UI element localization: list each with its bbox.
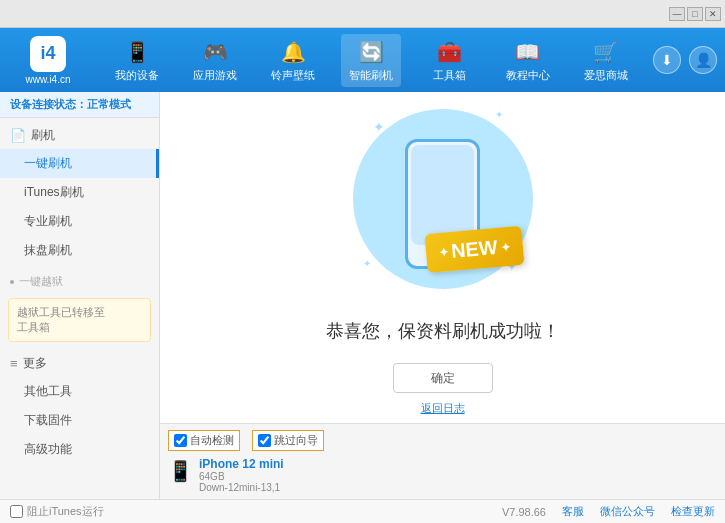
auto-detect-input[interactable] bbox=[174, 434, 187, 447]
auto-detect-checkbox[interactable]: 自动检测 bbox=[168, 430, 240, 451]
more-section-icon: ≡ bbox=[10, 356, 18, 371]
jailbreak-notice: 越狱工具已转移至 工具箱 bbox=[8, 298, 151, 342]
header: i4 www.i4.cn 📱 我的设备 🎮 应用游戏 🔔 铃声壁纸 🔄 智能刷机… bbox=[0, 28, 725, 92]
nav-bar: 📱 我的设备 🎮 应用游戏 🔔 铃声壁纸 🔄 智能刷机 🧰 工具箱 📖 教程中心… bbox=[98, 34, 645, 87]
download-btn[interactable]: ⬇ bbox=[653, 46, 681, 74]
sidebar-item-one-click-flash[interactable]: 一键刷机 bbox=[0, 149, 159, 178]
user-btn[interactable]: 👤 bbox=[689, 46, 717, 74]
main-content: ✦ ✦ ✦ ✦ NEW 恭喜您，保资料刷机成功啦！ 确定 返回日志 bbox=[160, 92, 725, 423]
skip-wizard-label: 跳过向导 bbox=[274, 433, 318, 448]
nav-tutorials[interactable]: 📖 教程中心 bbox=[498, 34, 558, 87]
status-value: 正常模式 bbox=[87, 98, 131, 110]
footer-right: V7.98.66 客服 微信公众号 检查更新 bbox=[502, 504, 715, 519]
device-phone-icon: 📱 bbox=[168, 459, 193, 483]
sidebar: 设备连接状态：正常模式 📄 刷机 一键刷机 iTunes刷机 专业刷机 抹盘刷机… bbox=[0, 92, 160, 499]
skip-wizard-input[interactable] bbox=[258, 434, 271, 447]
footer: 阻止iTunes运行 V7.98.66 客服 微信公众号 检查更新 bbox=[0, 499, 725, 523]
itunes-label: iTunes刷机 bbox=[24, 185, 84, 199]
my-device-icon: 📱 bbox=[123, 38, 151, 66]
footer-left: 阻止iTunes运行 bbox=[10, 504, 104, 519]
flash-section-icon: 📄 bbox=[10, 128, 26, 143]
sidebar-item-download-fw[interactable]: 下载固件 bbox=[0, 406, 159, 435]
one-click-label: 一键刷机 bbox=[24, 156, 72, 170]
sparkle-4: ✦ bbox=[363, 258, 371, 269]
shop-icon: 🛒 bbox=[592, 38, 620, 66]
main-area: 设备连接状态：正常模式 📄 刷机 一键刷机 iTunes刷机 专业刷机 抹盘刷机… bbox=[0, 92, 725, 499]
notice-text: 越狱工具已转移至 工具箱 bbox=[17, 306, 105, 333]
apps-label: 应用游戏 bbox=[193, 68, 237, 83]
back-log-link[interactable]: 返回日志 bbox=[421, 401, 465, 416]
itunes-label: 阻止iTunes运行 bbox=[27, 504, 104, 519]
nav-my-device[interactable]: 📱 我的设备 bbox=[107, 34, 167, 87]
logo-text: www.i4.cn bbox=[25, 74, 70, 85]
other-tools-label: 其他工具 bbox=[24, 384, 72, 398]
apps-icon: 🎮 bbox=[201, 38, 229, 66]
pro-label: 专业刷机 bbox=[24, 214, 72, 228]
sparkle-2: ✦ bbox=[495, 109, 503, 120]
maximize-btn[interactable]: □ bbox=[687, 7, 703, 21]
sidebar-item-pro-flash[interactable]: 专业刷机 bbox=[0, 207, 159, 236]
ringtone-icon: 🔔 bbox=[279, 38, 307, 66]
status-label: 设备连接状态： bbox=[10, 98, 87, 110]
ringtone-label: 铃声壁纸 bbox=[271, 68, 315, 83]
wechat-link[interactable]: 微信公众号 bbox=[600, 504, 655, 519]
titlebar: — □ ✕ bbox=[0, 0, 725, 28]
nav-smart-flash[interactable]: 🔄 智能刷机 bbox=[341, 34, 401, 87]
download-fw-label: 下载固件 bbox=[24, 413, 72, 427]
my-device-label: 我的设备 bbox=[115, 68, 159, 83]
sidebar-item-itunes-flash[interactable]: iTunes刷机 bbox=[0, 178, 159, 207]
wipe-label: 抹盘刷机 bbox=[24, 243, 72, 257]
sidebar-item-other-tools[interactable]: 其他工具 bbox=[0, 377, 159, 406]
auto-detect-label: 自动检测 bbox=[190, 433, 234, 448]
device-name: iPhone 12 mini bbox=[199, 457, 284, 471]
sidebar-item-advanced[interactable]: 高级功能 bbox=[0, 435, 159, 464]
more-section: ≡ 更多 其他工具 下载固件 高级功能 bbox=[0, 346, 159, 468]
flash-section: 📄 刷机 一键刷机 iTunes刷机 专业刷机 抹盘刷机 bbox=[0, 118, 159, 269]
jailbreak-divider: 一键越狱 bbox=[0, 269, 159, 294]
update-link[interactable]: 检查更新 bbox=[671, 504, 715, 519]
device-storage: 64GB bbox=[199, 471, 284, 482]
sidebar-item-wipe-flash[interactable]: 抹盘刷机 bbox=[0, 236, 159, 265]
phone-illustration: ✦ ✦ ✦ ✦ NEW bbox=[343, 99, 543, 299]
device-info: 📱 iPhone 12 mini 64GB Down-12mini-13,1 bbox=[168, 457, 717, 493]
device-panel: 自动检测 跳过向导 📱 iPhone 12 mini 64GB Down-12m… bbox=[160, 423, 725, 499]
nav-shop[interactable]: 🛒 爱思商城 bbox=[576, 34, 636, 87]
shop-label: 爱思商城 bbox=[584, 68, 628, 83]
flash-section-title: 刷机 bbox=[31, 127, 55, 144]
logo-icon: i4 bbox=[30, 36, 66, 72]
close-btn[interactable]: ✕ bbox=[705, 7, 721, 21]
nav-ringtone[interactable]: 🔔 铃声壁纸 bbox=[263, 34, 323, 87]
more-section-header: ≡ 更多 bbox=[0, 350, 159, 377]
nav-right-actions: ⬇ 👤 bbox=[653, 46, 717, 74]
connection-status: 设备连接状态：正常模式 bbox=[0, 92, 159, 118]
sparkle-1: ✦ bbox=[373, 119, 385, 135]
smart-flash-icon: 🔄 bbox=[357, 38, 385, 66]
block-itunes-checkbox[interactable] bbox=[10, 505, 23, 518]
advanced-label: 高级功能 bbox=[24, 442, 72, 456]
skip-wizard-checkbox[interactable]: 跳过向导 bbox=[252, 430, 324, 451]
smart-flash-label: 智能刷机 bbox=[349, 68, 393, 83]
device-checkboxes: 自动检测 跳过向导 bbox=[168, 430, 717, 451]
version-text: V7.98.66 bbox=[502, 506, 546, 518]
nav-apps-games[interactable]: 🎮 应用游戏 bbox=[185, 34, 245, 87]
toolbox-icon: 🧰 bbox=[436, 38, 464, 66]
success-message: 恭喜您，保资料刷机成功啦！ bbox=[326, 319, 560, 343]
right-panel: ✦ ✦ ✦ ✦ NEW 恭喜您，保资料刷机成功啦！ 确定 返回日志 自动检测 bbox=[160, 92, 725, 499]
flash-section-header: 📄 刷机 bbox=[0, 122, 159, 149]
jailbreak-label: 一键越狱 bbox=[19, 274, 63, 289]
service-link[interactable]: 客服 bbox=[562, 504, 584, 519]
device-model: Down-12mini-13,1 bbox=[199, 482, 284, 493]
confirm-button[interactable]: 确定 bbox=[393, 363, 493, 393]
nav-toolbox[interactable]: 🧰 工具箱 bbox=[420, 34, 480, 87]
more-section-title: 更多 bbox=[23, 355, 47, 372]
device-details: iPhone 12 mini 64GB Down-12mini-13,1 bbox=[199, 457, 284, 493]
tutorials-label: 教程中心 bbox=[506, 68, 550, 83]
minimize-btn[interactable]: — bbox=[669, 7, 685, 21]
logo: i4 www.i4.cn bbox=[8, 36, 88, 85]
toolbox-label: 工具箱 bbox=[433, 68, 466, 83]
tutorials-icon: 📖 bbox=[514, 38, 542, 66]
